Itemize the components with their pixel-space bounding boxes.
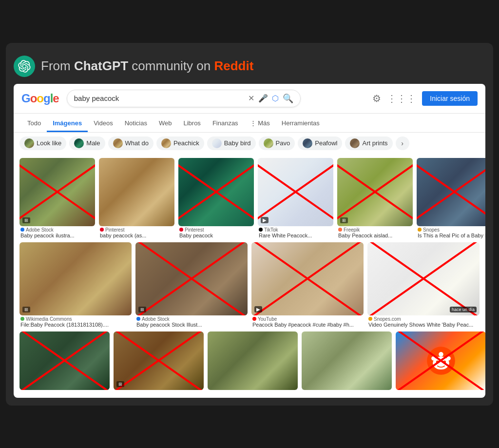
search-submit-icon[interactable]: 🔍	[283, 93, 293, 104]
image-cell-12[interactable]: ⊞	[114, 331, 204, 390]
image-wrap-8[interactable]: ⊞ Adobe Stock Baby peacock Stock Illust.…	[135, 242, 248, 328]
header-community: community on	[128, 58, 214, 73]
chip-baby-bird[interactable]: Baby bird	[207, 136, 256, 150]
red-x-9	[251, 242, 364, 315]
chip-thumb-3	[113, 138, 123, 148]
image-wrap-5[interactable]: ⊞ Freepik Baby Peacock aislad...	[337, 158, 413, 238]
image-title-10: Video Genuinely Shows White 'Baby Peac..…	[367, 322, 480, 328]
image-wrap-9[interactable]: ▶ YouTube Peacock Baby #peacock #cute #b…	[251, 242, 364, 328]
chip-peafowl[interactable]: Peafowl	[298, 136, 342, 150]
search-bar[interactable]: baby peacock ✕ 🎤 ⬡ 🔍	[67, 90, 301, 107]
apps-grid-icon[interactable]: ⋮⋮⋮	[387, 93, 416, 104]
image-wrap-7[interactable]: ⊞ Wikimedia Commons File:Baby Peacock (1…	[19, 242, 132, 328]
chip-what-do-label: What do	[125, 139, 149, 147]
image-cell-5[interactable]: ⊞	[337, 158, 413, 226]
image-cell-3[interactable]	[178, 158, 254, 226]
image-cell-2[interactable]	[99, 158, 174, 226]
image-wrap-10[interactable]: hace un día Snopes.com Video Genuinely S…	[367, 242, 480, 328]
search-lens-icon[interactable]: ⬡	[272, 94, 279, 103]
tab-web[interactable]: Web	[153, 116, 178, 132]
image-wrap-3[interactable]: Pinterest Baby peacock	[178, 158, 254, 238]
chip-thumb-6	[264, 138, 273, 148]
header-reddit: Reddit	[214, 58, 253, 73]
image-title-9: Peacock Baby #peacock #cute #baby #h...	[251, 322, 364, 328]
expand-icon-12: ⊞	[116, 381, 124, 387]
signin-button[interactable]: Iniciar sesión	[422, 91, 478, 106]
chip-pavo-label: Pavo	[276, 139, 290, 147]
image-wrap-13[interactable]	[208, 331, 298, 390]
image-cell-7[interactable]: ⊞	[19, 242, 132, 315]
image-cell-11[interactable]	[19, 331, 110, 390]
image-wrap-1[interactable]: ⊞ Adobe Stock Baby peacock ilustra...	[19, 158, 95, 238]
image-wrap-15[interactable]	[396, 331, 485, 390]
expand-icon-5: ⊞	[340, 217, 348, 223]
image-source-6: Snopes	[417, 227, 485, 233]
image-row-3: ⊞	[19, 331, 480, 390]
image-cell-6[interactable]	[417, 158, 485, 226]
image-source-5: Freepik	[337, 227, 413, 233]
header-chatgpt: ChatGPT	[74, 58, 128, 73]
image-source-10: Snopes.com	[367, 316, 480, 322]
search-clear-icon[interactable]: ✕	[248, 94, 254, 103]
source-dot-10	[368, 317, 372, 321]
tab-finanzas[interactable]: Finanzas	[207, 116, 244, 132]
image-title-6: Is This a Real Pic of a Baby P...	[417, 233, 485, 238]
chip-peachick[interactable]: Peachick	[156, 136, 204, 150]
image-cell-1[interactable]: ⊞	[19, 158, 95, 226]
chip-thumb-1	[24, 138, 34, 148]
image-cell-14[interactable]	[302, 331, 392, 390]
image-title-2: baby peacock (as...	[99, 233, 174, 238]
image-row-2: ⊞ Wikimedia Commons File:Baby Peacock (1…	[19, 242, 480, 328]
image-cell-4[interactable]: ▶	[258, 158, 333, 226]
image-cell-8[interactable]: ⊞	[135, 242, 248, 315]
chip-pavo[interactable]: Pavo	[259, 136, 295, 150]
source-dot-1	[20, 228, 24, 232]
image-source-3: Pinterest	[178, 227, 254, 233]
image-wrap-6[interactable]: Snopes Is This a Real Pic of a Baby P...	[417, 158, 485, 238]
chip-peachick-label: Peachick	[173, 139, 199, 147]
image-wrap-12[interactable]: ⊞	[114, 331, 204, 390]
video-icon-9: ▶	[254, 306, 262, 312]
header-from: From	[41, 58, 74, 73]
chip-thumb-2	[74, 138, 84, 148]
image-row-1: ⊞ Adobe Stock Baby peacock ilustra... Pi…	[19, 158, 480, 238]
tab-herramientas[interactable]: Herramientas	[276, 116, 326, 132]
tab-imagenes[interactable]: Imágenes	[47, 116, 88, 132]
tab-noticias[interactable]: Noticias	[119, 116, 153, 132]
chip-thumb-5	[212, 138, 222, 148]
outer-container: From ChatGPT community on Reddit Google …	[6, 43, 493, 406]
tab-mas[interactable]: ⋮ Más	[244, 116, 276, 132]
image-source-2: Pinterest	[99, 227, 174, 233]
image-wrap-11[interactable]	[19, 331, 110, 390]
red-x-3	[178, 158, 254, 226]
image-cell-15[interactable]	[396, 331, 485, 390]
search-mic-icon[interactable]: 🎤	[258, 94, 268, 103]
image-cell-9[interactable]: ▶	[251, 242, 364, 315]
image-title-8: Baby peacock Stock Illust...	[135, 322, 248, 328]
chip-peafowl-label: Peafowl	[315, 139, 337, 147]
tab-todo[interactable]: Todo	[21, 116, 47, 132]
image-grid: ⊞ Adobe Stock Baby peacock ilustra... Pi…	[14, 154, 485, 394]
chip-look-like[interactable]: Look like	[19, 136, 66, 150]
image-cell-13[interactable]	[208, 331, 298, 390]
chips-next-arrow[interactable]: ›	[396, 136, 409, 150]
chip-male[interactable]: Male	[69, 136, 105, 150]
image-wrap-4[interactable]: ▶ TikTok Rare White Peacock...	[258, 158, 333, 238]
red-x-1	[19, 158, 95, 226]
image-wrap-2[interactable]: Pinterest baby peacock (as...	[99, 158, 174, 238]
image-title-4: Rare White Peacock...	[258, 233, 333, 238]
chip-art-prints-label: Art prints	[362, 139, 387, 147]
settings-icon[interactable]: ⚙	[372, 93, 381, 104]
chip-what-do[interactable]: What do	[108, 136, 154, 150]
expand-icon-8: ⊞	[138, 307, 146, 312]
google-window: Google baby peacock ✕ 🎤 ⬡ 🔍 ⚙ ⋮⋮⋮ Inicia…	[14, 84, 485, 398]
tab-videos[interactable]: Videos	[88, 116, 119, 132]
image-cell-10[interactable]: hace un día	[367, 242, 480, 315]
expand-icon-7: ⊞	[22, 307, 30, 312]
red-x-4	[258, 158, 333, 226]
tab-libros[interactable]: Libros	[177, 116, 206, 132]
chip-art-prints[interactable]: Art prints	[345, 136, 392, 150]
image-wrap-14[interactable]	[302, 331, 392, 390]
topbar-right: ⚙ ⋮⋮⋮ Iniciar sesión	[372, 91, 478, 106]
chip-look-like-label: Look like	[37, 139, 61, 147]
